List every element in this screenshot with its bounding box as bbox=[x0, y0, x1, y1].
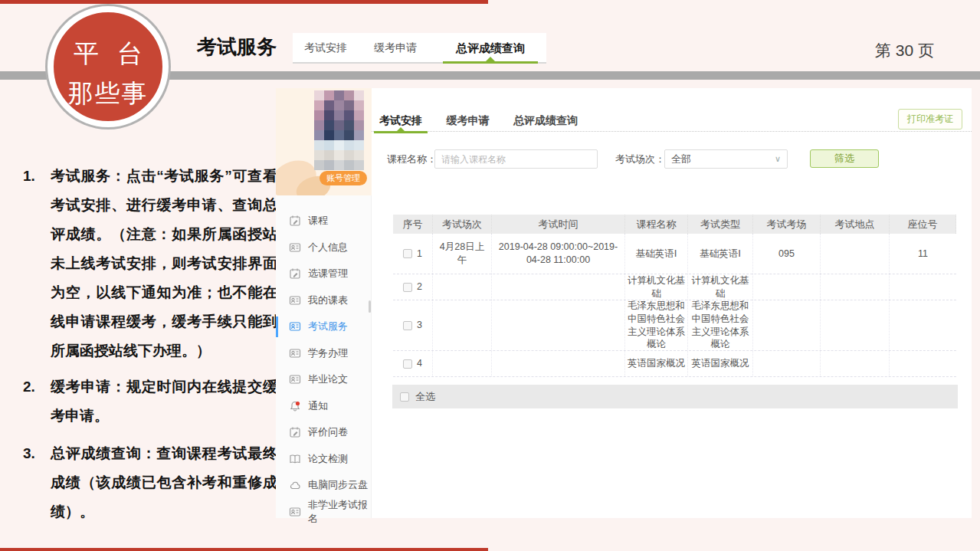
id-card-icon bbox=[289, 347, 301, 359]
cell-session bbox=[433, 300, 492, 350]
sidebar-scrollbar[interactable] bbox=[369, 300, 371, 313]
app-sidebar: 账号管理 课程 个人信息 选课管理 我的课表 考试服务 bbox=[276, 88, 372, 518]
sidebar-item-exam-services[interactable]: 考试服务 bbox=[276, 313, 372, 340]
sidebar-item-cloud-sync[interactable]: 电脑同步云盘 bbox=[276, 472, 372, 499]
bottom-accent-bar bbox=[0, 548, 488, 551]
table-header-row: 序号 考试场次 考试时间 课程名称 考试类型 考试考场 考试地点 座位号 bbox=[393, 215, 956, 234]
exam-session-select[interactable]: 全部 ∨ bbox=[664, 149, 788, 169]
notes-list: 1. 考试服务：点击“考试服务”可查看考试安排、进行缓考申请、查询总评成绩。（注… bbox=[23, 162, 277, 533]
sidebar-item-label: 学务办理 bbox=[308, 346, 348, 360]
cell-session bbox=[433, 274, 492, 300]
row-checkbox[interactable] bbox=[403, 359, 412, 369]
cell-place bbox=[821, 300, 890, 350]
id-card-icon bbox=[289, 294, 301, 307]
cell-place bbox=[821, 274, 890, 300]
cell-time bbox=[492, 274, 625, 300]
sidebar-item-courses[interactable]: 课程 bbox=[276, 208, 372, 235]
top-accent-bar bbox=[0, 0, 488, 4]
app-tab-final-grades[interactable]: 总评成绩查询 bbox=[513, 114, 578, 128]
note-text: 缓考申请：规定时间内在线提交缓考申请。 bbox=[51, 372, 277, 431]
col-header: 考试场次 bbox=[433, 215, 492, 234]
calendar-pen-icon bbox=[289, 426, 301, 438]
sidebar-item-academic-affairs[interactable]: 学务办理 bbox=[276, 340, 372, 367]
table-row: 3 毛泽东思想和中国特色社会主义理论体系概论 毛泽东思想和中国特色社会主义理论体… bbox=[393, 300, 956, 351]
cell-seat bbox=[890, 274, 956, 300]
cell-type: 毛泽东思想和中国特色社会主义理论体系概论 bbox=[688, 300, 753, 350]
note-number: 2. bbox=[23, 372, 51, 431]
table-row: 4 英语国家概况 英语国家概况 bbox=[393, 351, 956, 377]
slide-tab-final-grades[interactable]: 总评成绩查询 bbox=[456, 41, 525, 56]
table-row: 1 4月28日上午 2019-04-28 09:00:00~2019-04-28… bbox=[393, 234, 956, 274]
cell-course: 英语国家概况 bbox=[625, 351, 688, 376]
slide-tabbar: 考试安排 缓考申请 总评成绩查询 bbox=[293, 33, 546, 64]
exam-session-label: 考试场次： bbox=[615, 153, 665, 166]
id-card-icon bbox=[289, 506, 301, 518]
sidebar-item-my-timetable[interactable]: 我的课表 bbox=[276, 287, 372, 314]
sidebar-item-graduation-thesis[interactable]: 毕业论文 bbox=[276, 366, 372, 393]
cell-room bbox=[753, 274, 821, 300]
col-header: 课程名称 bbox=[625, 215, 688, 234]
sidebar-item-nonacademic-exam[interactable]: 非学业考试报名 bbox=[276, 499, 372, 526]
badge-char-left: 平 bbox=[74, 37, 99, 71]
note-item: 3. 总评成绩查询：查询课程考试最终成绩（该成绩已包含补考和重修成绩）。 bbox=[23, 439, 277, 526]
slide-tab-deferral-request[interactable]: 缓考申请 bbox=[374, 41, 417, 55]
account-manage-button[interactable]: 账号管理 bbox=[320, 171, 367, 185]
select-all-bar: 全选 bbox=[392, 385, 958, 408]
cell-place bbox=[821, 234, 890, 274]
app-screenshot: 账号管理 课程 个人信息 选课管理 我的课表 考试服务 bbox=[276, 88, 972, 518]
note-item: 1. 考试服务：点击“考试服务”可查看考试安排、进行缓考申请、查询总评成绩。（注… bbox=[23, 162, 277, 366]
sidebar-item-label: 非学业考试报名 bbox=[308, 498, 372, 526]
sidebar-item-label: 选课管理 bbox=[308, 267, 348, 280]
cell-room bbox=[753, 351, 821, 376]
sidebar-item-label: 电脑同步云盘 bbox=[308, 478, 368, 492]
sidebar-item-label: 论文检测 bbox=[308, 452, 348, 466]
row-checkbox[interactable] bbox=[403, 283, 412, 292]
select-all-checkbox[interactable] bbox=[400, 392, 409, 402]
chevron-down-icon: ∨ bbox=[775, 154, 781, 164]
cell-room: 095 bbox=[753, 234, 821, 274]
filter-button[interactable]: 筛选 bbox=[810, 149, 879, 168]
cell-session bbox=[433, 351, 492, 376]
cell-course: 毛泽东思想和中国特色社会主义理论体系概论 bbox=[625, 300, 688, 350]
cloud-icon bbox=[289, 479, 301, 491]
sidebar-item-label: 评价问卷 bbox=[308, 425, 348, 439]
sidebar-item-label: 毕业论文 bbox=[308, 372, 348, 386]
slide-tab-exam-schedule[interactable]: 考试安排 bbox=[304, 41, 347, 55]
app-tab-deferral-request[interactable]: 缓考申请 bbox=[446, 114, 489, 128]
row-no: 1 bbox=[417, 248, 422, 261]
badge-line2: 那些事 bbox=[54, 77, 162, 111]
sidebar-item-thesis-check[interactable]: 论文检测 bbox=[276, 446, 372, 473]
cell-place bbox=[821, 351, 890, 376]
row-checkbox[interactable] bbox=[403, 321, 412, 330]
select-value: 全部 bbox=[671, 153, 691, 166]
avatar-panel: 账号管理 bbox=[276, 88, 372, 195]
cell-time bbox=[492, 300, 625, 350]
sidebar-item-label: 我的课表 bbox=[308, 294, 348, 307]
cell-session: 4月28日上午 bbox=[433, 234, 492, 274]
sidebar-menu: 课程 个人信息 选课管理 我的课表 考试服务 学务办理 bbox=[276, 208, 372, 525]
sidebar-item-notifications[interactable]: 通知 bbox=[276, 393, 372, 420]
cell-time: 2019-04-28 09:00:00~2019-04-28 11:00:00 bbox=[492, 234, 625, 274]
book-icon bbox=[289, 453, 301, 465]
note-item: 2. 缓考申请：规定时间内在线提交缓考申请。 bbox=[23, 372, 277, 431]
calendar-pen-icon bbox=[289, 215, 301, 227]
bell-icon bbox=[289, 400, 301, 412]
badge-char-right: 台 bbox=[117, 37, 143, 71]
sidebar-item-evaluation-survey[interactable]: 评价问卷 bbox=[276, 419, 372, 446]
avatar-pixelated bbox=[314, 90, 364, 170]
row-checkbox[interactable] bbox=[403, 249, 412, 258]
row-no: 2 bbox=[417, 280, 422, 294]
sidebar-item-personal-info[interactable]: 个人信息 bbox=[276, 235, 372, 261]
note-number: 3. bbox=[23, 439, 51, 526]
slide-active-tab-underline bbox=[443, 61, 538, 64]
course-name-input[interactable] bbox=[434, 149, 598, 169]
calendar-pen-icon bbox=[289, 267, 301, 280]
id-card-icon bbox=[289, 241, 301, 254]
note-number: 1. bbox=[23, 162, 51, 366]
sidebar-item-course-selection[interactable]: 选课管理 bbox=[276, 261, 372, 287]
app-tab-exam-schedule[interactable]: 考试安排 bbox=[379, 114, 422, 128]
cell-seat bbox=[890, 351, 956, 376]
col-header: 考试类型 bbox=[688, 215, 753, 234]
page-number: 第 30 页 bbox=[875, 40, 934, 61]
cell-time bbox=[492, 351, 625, 376]
